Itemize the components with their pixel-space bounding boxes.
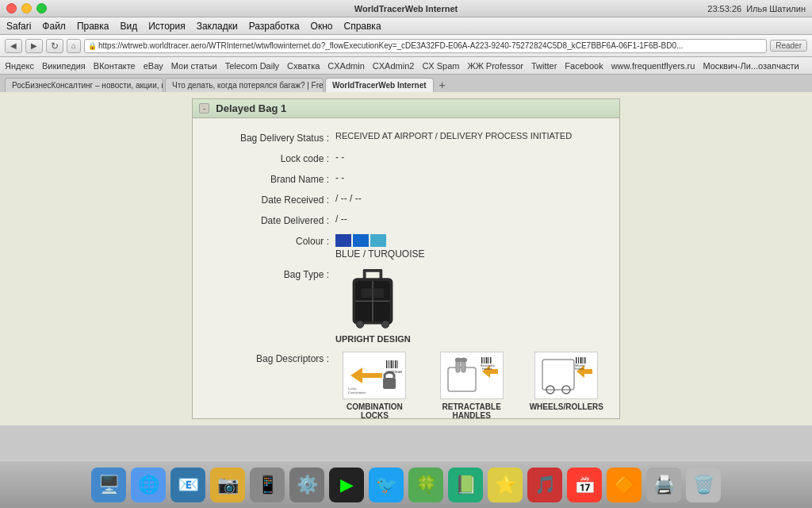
descriptors-container: COMBINATION Combination Locks COMBINATIO… bbox=[335, 352, 603, 419]
svg-rect-41 bbox=[584, 357, 586, 364]
dock-photos[interactable]: 📷 bbox=[210, 468, 245, 502]
minimize-button[interactable] bbox=[21, 3, 32, 13]
bookmark-skhvatka[interactable]: Схватка bbox=[287, 61, 320, 71]
descriptor-retractable-handles: Retractable Handles RETRACTABLE HANDLES bbox=[427, 352, 517, 419]
colour-swatch-2 bbox=[353, 234, 369, 247]
svg-rect-39 bbox=[580, 357, 582, 364]
url-bar[interactable]: 🔒 https://wtrweb.worldtracer.aero/WTRInt… bbox=[84, 39, 767, 53]
bookmark-moskvich[interactable]: Москвич-Ли...озапчасти bbox=[703, 61, 799, 71]
svg-rect-1 bbox=[363, 269, 366, 279]
reader-button[interactable]: Reader bbox=[770, 40, 807, 52]
bag-type-name: UPRIGHT DESIGN bbox=[335, 334, 411, 344]
colour-info: BLUE / TURQUOISE bbox=[335, 234, 424, 260]
date-delivered-value: / -- bbox=[335, 214, 347, 225]
bookmark-articles[interactable]: Мои статьи bbox=[171, 61, 217, 71]
bag-type-label: Bag Type : bbox=[209, 267, 335, 280]
dock-app1[interactable]: 🍀 bbox=[408, 468, 443, 502]
panel-body: Bag Delivery Status : RECEIVED AT AIRPOR… bbox=[193, 118, 619, 419]
back-button[interactable]: ◀ bbox=[5, 39, 22, 53]
svg-text:Handles: Handles bbox=[482, 368, 492, 371]
title-right-area: 23:53:26 Илья Шатилин bbox=[707, 4, 806, 13]
bookmark-yandex[interactable]: Яндекс bbox=[5, 61, 34, 71]
descriptor-combination-locks: COMBINATION Combination Locks COMBINATIO… bbox=[335, 352, 414, 419]
colour-label: Colour : bbox=[209, 234, 335, 247]
dock-app3[interactable]: ⭐ bbox=[488, 468, 523, 502]
bookmark-cxspam[interactable]: CX Spam bbox=[422, 61, 459, 71]
bookmark-twitter[interactable]: Twitter bbox=[531, 61, 557, 71]
dock-music[interactable]: 🎵 bbox=[527, 468, 562, 502]
svg-text:Locks: Locks bbox=[348, 387, 356, 391]
menu-bookmarks[interactable]: Закладки bbox=[197, 21, 238, 32]
window-controls[interactable] bbox=[6, 3, 47, 13]
bookmark-cxadmin2[interactable]: CXAdmin2 bbox=[373, 61, 415, 71]
menu-window[interactable]: Окно bbox=[311, 21, 333, 32]
svg-rect-28 bbox=[485, 357, 487, 364]
retractable-handles-image: Retractable Handles bbox=[440, 352, 504, 399]
svg-rect-13 bbox=[389, 360, 389, 368]
bookmark-professor[interactable]: ЖЖ Professor bbox=[467, 61, 523, 71]
bag-delivery-status-label: Bag Delivery Status : bbox=[209, 131, 335, 144]
dock-print[interactable]: 🖨️ bbox=[646, 468, 681, 502]
date-received-label: Date Received : bbox=[209, 193, 335, 206]
maximize-button[interactable] bbox=[36, 3, 47, 13]
menu-history[interactable]: История bbox=[148, 21, 186, 32]
close-button[interactable] bbox=[6, 3, 17, 13]
menu-edit[interactable]: Правка bbox=[77, 21, 109, 32]
dock-finder[interactable]: 🖥️ bbox=[91, 468, 126, 502]
svg-marker-10 bbox=[350, 368, 382, 383]
bookmark-ebay[interactable]: eBay bbox=[144, 61, 163, 71]
menu-help[interactable]: Справка bbox=[343, 21, 381, 32]
wheels-rollers-image: Wheels/ Rollers bbox=[534, 352, 598, 399]
bookmark-facebook[interactable]: Facebook bbox=[565, 61, 603, 71]
bag-delivery-status-row: Bag Delivery Status : RECEIVED AT AIRPOR… bbox=[209, 131, 603, 144]
new-tab-button[interactable]: + bbox=[435, 78, 450, 92]
bookmark-cxadmin[interactable]: CXAdmin bbox=[327, 61, 364, 71]
bookmark-wiki[interactable]: Википедия bbox=[42, 61, 86, 71]
svg-rect-40 bbox=[583, 357, 584, 364]
bookmark-vk[interactable]: ВКонтакте bbox=[94, 61, 136, 71]
nav-bar: ◀ ▶ ↻ ⌂ 🔒 https://wtrweb.worldtracer.aer… bbox=[0, 35, 812, 57]
dock: 🖥️ 🌐 📧 📷 📱 ⚙️ ▶ 🐦 🍀 📗 ⭐ 🎵 📅 🔶 🖨️ 🗑️ bbox=[0, 460, 812, 508]
brand-name-row: Brand Name : - - bbox=[209, 172, 603, 185]
dock-mail[interactable]: 📧 bbox=[170, 468, 205, 502]
dock-safari[interactable]: 🌐 bbox=[131, 468, 166, 502]
tab-worldtracer[interactable]: WorldTracerWeb Internet bbox=[325, 78, 434, 92]
dock-vlc[interactable]: 🔶 bbox=[607, 468, 642, 502]
menu-safari[interactable]: Safari bbox=[6, 21, 31, 32]
svg-text:Combination: Combination bbox=[348, 391, 366, 394]
svg-rect-12 bbox=[386, 360, 388, 368]
svg-rect-15 bbox=[393, 360, 394, 368]
bookmark-telecom[interactable]: Telecom Daily bbox=[225, 61, 279, 71]
bag-image bbox=[341, 267, 404, 331]
forward-button[interactable]: ▶ bbox=[25, 39, 43, 53]
dock-twitter[interactable]: 🐦 bbox=[369, 468, 404, 502]
lock-code-label: Lock code : bbox=[209, 152, 335, 164]
refresh-button[interactable]: ↻ bbox=[46, 39, 63, 53]
date-received-row: Date Received : / -- / -- bbox=[209, 193, 603, 206]
svg-rect-24 bbox=[455, 358, 467, 362]
tab-ff[interactable]: Что делать, когда потерялся багаж? | Fre… bbox=[165, 78, 324, 92]
svg-rect-38 bbox=[578, 357, 579, 364]
dock-system[interactable]: ⚙️ bbox=[289, 468, 324, 502]
tab-rbc[interactable]: РосБизнесКонсалтинг – новости, акции, ку… bbox=[5, 78, 163, 92]
home-nav-button[interactable]: ⌂ bbox=[67, 39, 81, 53]
svg-rect-2 bbox=[380, 269, 383, 279]
dock-app2[interactable]: 📗 bbox=[448, 468, 483, 502]
dock-trash[interactable]: 🗑️ bbox=[686, 468, 721, 502]
content-area: - Delayed Bag 1 Bag Delivery Status : RE… bbox=[0, 92, 812, 425]
bag-type-row: Bag Type : bbox=[209, 267, 603, 344]
dock-terminal[interactable]: ▶ bbox=[329, 468, 364, 502]
url-text: https://wtrweb.worldtracer.aero/WTRInter… bbox=[98, 41, 683, 50]
svg-point-7 bbox=[357, 321, 364, 328]
panel-title: Delayed Bag 1 bbox=[216, 102, 286, 114]
menu-view[interactable]: Вид bbox=[120, 21, 137, 32]
dock-iphone[interactable]: 📱 bbox=[250, 468, 285, 502]
menu-develop[interactable]: Разработка bbox=[249, 21, 300, 32]
dock-calendar[interactable]: 📅 bbox=[567, 468, 602, 502]
collapse-button[interactable]: - bbox=[199, 103, 209, 114]
brand-name-label: Brand Name : bbox=[209, 172, 335, 185]
menu-file[interactable]: Файл bbox=[42, 21, 66, 32]
lock-code-value: - - bbox=[335, 152, 344, 163]
bookmark-ff[interactable]: www.frequentflyers.ru bbox=[611, 61, 695, 71]
descriptor3-label: WHEELS/ROLLERS bbox=[530, 402, 603, 411]
